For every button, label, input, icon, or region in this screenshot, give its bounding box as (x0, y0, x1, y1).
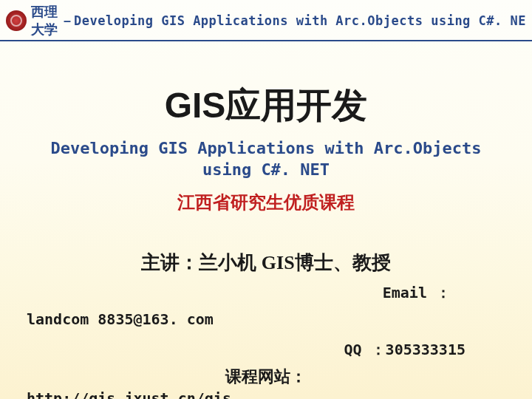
header-subtitle: Developing GIS Applications with Arc.Obj… (74, 13, 526, 28)
email-value: landcom 8835@163. com (0, 310, 532, 328)
website-label: 课程网站： (0, 366, 532, 388)
website-url: http://gis jxust cn/gis (0, 389, 532, 399)
qq-line: QQ ：305333315 (0, 340, 532, 360)
subtitle: Developing GIS Applications with Arc.Obj… (0, 138, 532, 180)
university-name: 西理 大学 (31, 3, 61, 38)
main-title: GIS应用开发 (0, 82, 532, 129)
email-label: Email ： (0, 283, 532, 303)
course-tag: 江西省研究生优质课程 (0, 191, 532, 214)
header-separator: – (64, 13, 71, 29)
lecturer-line: 主讲：兰小机 GIS博士、教授 (0, 250, 532, 276)
university-logo-icon (6, 10, 27, 31)
header-bar: 西理 大学 – Developing GIS Applications with… (0, 0, 532, 41)
